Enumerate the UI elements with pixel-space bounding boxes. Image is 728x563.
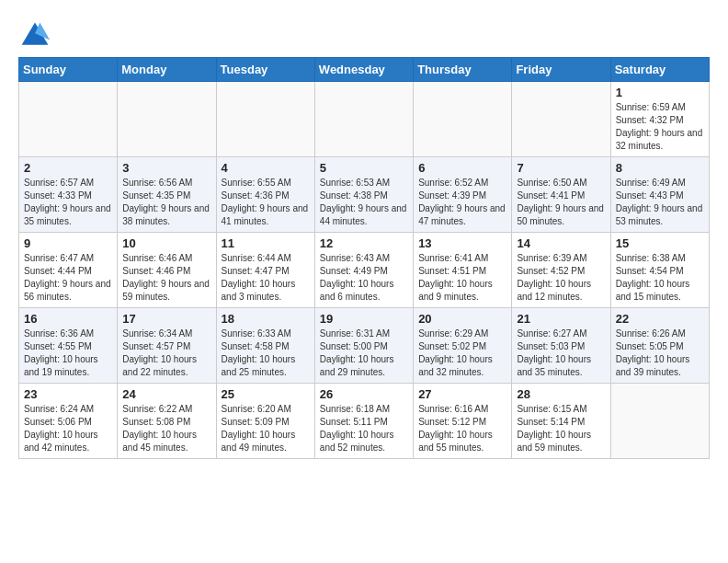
day-info: Sunrise: 6:27 AM Sunset: 5:03 PM Dayligh…: [517, 327, 605, 379]
week-row-1: 1Sunrise: 6:59 AM Sunset: 4:32 PM Daylig…: [19, 82, 710, 157]
day-info: Sunrise: 6:53 AM Sunset: 4:38 PM Dayligh…: [320, 177, 408, 228]
day-number: 12: [320, 236, 408, 250]
day-cell: 2Sunrise: 6:57 AM Sunset: 4:33 PM Daylig…: [19, 157, 118, 233]
day-number: 18: [222, 312, 310, 326]
day-cell: 16Sunrise: 6:36 AM Sunset: 4:55 PM Dayli…: [19, 308, 118, 384]
day-info: Sunrise: 6:41 AM Sunset: 4:51 PM Dayligh…: [418, 252, 506, 304]
day-info: Sunrise: 6:26 AM Sunset: 5:05 PM Dayligh…: [616, 327, 704, 379]
day-info: Sunrise: 6:55 AM Sunset: 4:36 PM Dayligh…: [222, 177, 310, 228]
day-cell: 13Sunrise: 6:41 AM Sunset: 4:51 PM Dayli…: [414, 233, 512, 308]
day-info: Sunrise: 6:52 AM Sunset: 4:39 PM Dayligh…: [418, 177, 506, 228]
day-cell: 1Sunrise: 6:59 AM Sunset: 4:32 PM Daylig…: [610, 82, 709, 157]
day-number: 8: [616, 161, 704, 175]
day-info: Sunrise: 6:34 AM Sunset: 4:57 PM Dayligh…: [122, 327, 210, 379]
day-cell: 15Sunrise: 6:38 AM Sunset: 4:54 PM Dayli…: [610, 233, 709, 308]
day-info: Sunrise: 6:57 AM Sunset: 4:33 PM Dayligh…: [24, 177, 112, 228]
col-header-thursday: Thursday: [414, 58, 512, 82]
day-cell: 6Sunrise: 6:52 AM Sunset: 4:39 PM Daylig…: [414, 157, 512, 233]
day-cell: 26Sunrise: 6:18 AM Sunset: 5:11 PM Dayli…: [314, 384, 413, 459]
week-row-4: 16Sunrise: 6:36 AM Sunset: 4:55 PM Dayli…: [19, 308, 710, 384]
day-info: Sunrise: 6:47 AM Sunset: 4:44 PM Dayligh…: [24, 252, 112, 304]
logo: [18, 18, 53, 52]
day-number: 22: [616, 312, 704, 326]
day-cell: 20Sunrise: 6:29 AM Sunset: 5:02 PM Dayli…: [414, 308, 512, 384]
day-info: Sunrise: 6:31 AM Sunset: 5:00 PM Dayligh…: [320, 327, 408, 379]
day-info: Sunrise: 6:16 AM Sunset: 5:12 PM Dayligh…: [418, 403, 506, 454]
day-number: 20: [418, 312, 506, 326]
day-cell: [414, 82, 512, 157]
day-number: 5: [320, 161, 408, 175]
col-header-saturday: Saturday: [610, 58, 709, 82]
day-info: Sunrise: 6:38 AM Sunset: 4:54 PM Dayligh…: [616, 252, 704, 304]
day-cell: 24Sunrise: 6:22 AM Sunset: 5:08 PM Dayli…: [118, 384, 216, 459]
day-number: 9: [24, 236, 112, 250]
calendar-table: SundayMondayTuesdayWednesdayThursdayFrid…: [18, 57, 710, 459]
col-header-tuesday: Tuesday: [216, 58, 314, 82]
day-number: 27: [418, 387, 506, 401]
day-number: 2: [24, 161, 112, 175]
day-number: 10: [122, 236, 210, 250]
day-info: Sunrise: 6:50 AM Sunset: 4:41 PM Dayligh…: [517, 177, 605, 228]
day-info: Sunrise: 6:33 AM Sunset: 4:58 PM Dayligh…: [222, 327, 310, 379]
day-number: 23: [24, 387, 112, 401]
day-cell: [610, 384, 709, 459]
day-info: Sunrise: 6:29 AM Sunset: 5:02 PM Dayligh…: [418, 327, 506, 379]
day-number: 24: [122, 387, 210, 401]
day-cell: 5Sunrise: 6:53 AM Sunset: 4:38 PM Daylig…: [314, 157, 413, 233]
day-cell: 14Sunrise: 6:39 AM Sunset: 4:52 PM Dayli…: [512, 233, 610, 308]
day-info: Sunrise: 6:43 AM Sunset: 4:49 PM Dayligh…: [320, 252, 408, 304]
day-info: Sunrise: 6:46 AM Sunset: 4:46 PM Dayligh…: [122, 252, 210, 304]
day-number: 6: [418, 161, 506, 175]
day-number: 11: [222, 236, 310, 250]
week-row-5: 23Sunrise: 6:24 AM Sunset: 5:06 PM Dayli…: [19, 384, 710, 459]
day-cell: 7Sunrise: 6:50 AM Sunset: 4:41 PM Daylig…: [512, 157, 610, 233]
day-cell: 25Sunrise: 6:20 AM Sunset: 5:09 PM Dayli…: [216, 384, 314, 459]
day-cell: 9Sunrise: 6:47 AM Sunset: 4:44 PM Daylig…: [19, 233, 118, 308]
day-cell: 28Sunrise: 6:15 AM Sunset: 5:14 PM Dayli…: [512, 384, 610, 459]
day-cell: 23Sunrise: 6:24 AM Sunset: 5:06 PM Dayli…: [19, 384, 118, 459]
day-number: 3: [122, 161, 210, 175]
day-info: Sunrise: 6:49 AM Sunset: 4:43 PM Dayligh…: [616, 177, 704, 228]
day-cell: 18Sunrise: 6:33 AM Sunset: 4:58 PM Dayli…: [216, 308, 314, 384]
day-number: 26: [320, 387, 408, 401]
week-row-3: 9Sunrise: 6:47 AM Sunset: 4:44 PM Daylig…: [19, 233, 710, 308]
day-number: 17: [122, 312, 210, 326]
day-cell: 10Sunrise: 6:46 AM Sunset: 4:46 PM Dayli…: [118, 233, 216, 308]
day-cell: 19Sunrise: 6:31 AM Sunset: 5:00 PM Dayli…: [314, 308, 413, 384]
day-cell: 4Sunrise: 6:55 AM Sunset: 4:36 PM Daylig…: [216, 157, 314, 233]
day-info: Sunrise: 6:39 AM Sunset: 4:52 PM Dayligh…: [517, 252, 605, 304]
day-number: 14: [517, 236, 605, 250]
col-header-wednesday: Wednesday: [314, 58, 413, 82]
day-number: 15: [616, 236, 704, 250]
col-header-sunday: Sunday: [19, 58, 118, 82]
day-cell: [19, 82, 118, 157]
day-info: Sunrise: 6:59 AM Sunset: 4:32 PM Dayligh…: [616, 101, 704, 153]
day-cell: 22Sunrise: 6:26 AM Sunset: 5:05 PM Dayli…: [610, 308, 709, 384]
day-number: 21: [517, 312, 605, 326]
day-number: 13: [418, 236, 506, 250]
day-info: Sunrise: 6:20 AM Sunset: 5:09 PM Dayligh…: [222, 403, 310, 454]
day-number: 28: [517, 387, 605, 401]
day-cell: 21Sunrise: 6:27 AM Sunset: 5:03 PM Dayli…: [512, 308, 610, 384]
day-info: Sunrise: 6:44 AM Sunset: 4:47 PM Dayligh…: [222, 252, 310, 304]
day-cell: 12Sunrise: 6:43 AM Sunset: 4:49 PM Dayli…: [314, 233, 413, 308]
logo-icon: [18, 18, 51, 52]
header: [18, 15, 710, 52]
day-number: 25: [222, 387, 310, 401]
day-info: Sunrise: 6:36 AM Sunset: 4:55 PM Dayligh…: [24, 327, 112, 379]
day-cell: [216, 82, 314, 157]
page: SundayMondayTuesdayWednesdayThursdayFrid…: [0, 0, 728, 468]
day-number: 19: [320, 312, 408, 326]
day-cell: 17Sunrise: 6:34 AM Sunset: 4:57 PM Dayli…: [118, 308, 216, 384]
day-cell: 11Sunrise: 6:44 AM Sunset: 4:47 PM Dayli…: [216, 233, 314, 308]
header-row: SundayMondayTuesdayWednesdayThursdayFrid…: [19, 58, 710, 82]
day-number: 1: [616, 86, 704, 99]
day-cell: 27Sunrise: 6:16 AM Sunset: 5:12 PM Dayli…: [414, 384, 512, 459]
day-info: Sunrise: 6:22 AM Sunset: 5:08 PM Dayligh…: [122, 403, 210, 454]
day-cell: [314, 82, 413, 157]
day-info: Sunrise: 6:24 AM Sunset: 5:06 PM Dayligh…: [24, 403, 112, 454]
week-row-2: 2Sunrise: 6:57 AM Sunset: 4:33 PM Daylig…: [19, 157, 710, 233]
day-number: 4: [222, 161, 310, 175]
col-header-monday: Monday: [118, 58, 216, 82]
day-info: Sunrise: 6:15 AM Sunset: 5:14 PM Dayligh…: [517, 403, 605, 454]
